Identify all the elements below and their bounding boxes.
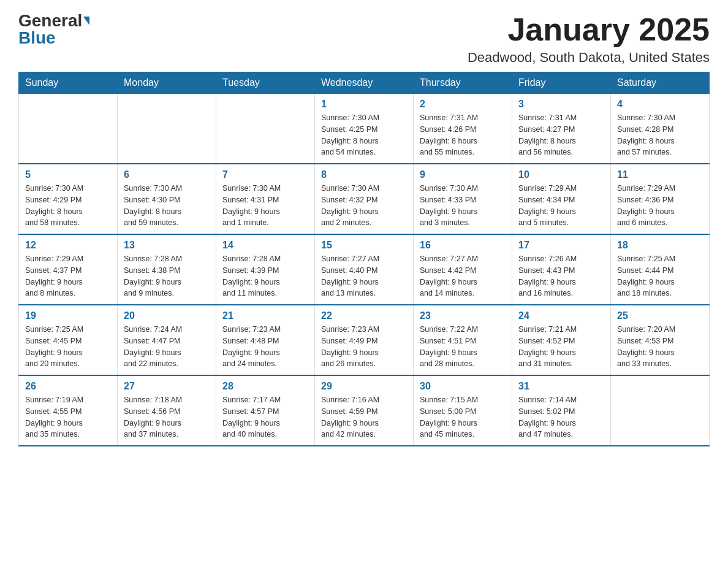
header-row: SundayMondayTuesdayWednesdayThursdayFrid…: [19, 72, 710, 94]
day-number: 18: [617, 240, 703, 251]
day-cell: 29Sunrise: 7:16 AM Sunset: 4:59 PM Dayli…: [315, 375, 414, 446]
day-info: Sunrise: 7:30 AM Sunset: 4:29 PM Dayligh…: [25, 183, 111, 229]
header-cell-sunday: Sunday: [19, 72, 118, 94]
day-cell: [118, 94, 216, 164]
day-info: Sunrise: 7:30 AM Sunset: 4:33 PM Dayligh…: [420, 183, 506, 229]
day-cell: 17Sunrise: 7:26 AM Sunset: 4:43 PM Dayli…: [512, 234, 611, 305]
day-number: 16: [420, 240, 506, 251]
day-cell: 24Sunrise: 7:21 AM Sunset: 4:52 PM Dayli…: [512, 305, 611, 375]
day-cell: 30Sunrise: 7:15 AM Sunset: 5:00 PM Dayli…: [414, 375, 512, 446]
day-cell: 11Sunrise: 7:29 AM Sunset: 4:36 PM Dayli…: [611, 164, 710, 234]
day-cell: 18Sunrise: 7:25 AM Sunset: 4:44 PM Dayli…: [611, 234, 710, 305]
day-info: Sunrise: 7:28 AM Sunset: 4:38 PM Dayligh…: [124, 253, 210, 299]
day-info: Sunrise: 7:30 AM Sunset: 4:25 PM Dayligh…: [321, 112, 407, 158]
logo-arrow-icon: [83, 17, 89, 25]
calendar-subtitle: Deadwood, South Dakota, United States: [468, 50, 710, 66]
day-info: Sunrise: 7:30 AM Sunset: 4:30 PM Dayligh…: [124, 183, 210, 229]
logo-blue-text: Blue: [18, 29, 56, 47]
day-number: 14: [222, 240, 308, 251]
day-cell: 8Sunrise: 7:30 AM Sunset: 4:32 PM Daylig…: [315, 164, 414, 234]
day-number: 10: [518, 169, 604, 180]
day-number: 15: [321, 240, 407, 251]
week-row-1: 1Sunrise: 7:30 AM Sunset: 4:25 PM Daylig…: [19, 94, 710, 164]
day-number: 31: [518, 381, 604, 392]
day-info: Sunrise: 7:25 AM Sunset: 4:45 PM Dayligh…: [25, 324, 111, 370]
day-number: 21: [222, 310, 308, 321]
day-cell: 9Sunrise: 7:30 AM Sunset: 4:33 PM Daylig…: [414, 164, 512, 234]
header-cell-friday: Friday: [512, 72, 611, 94]
day-number: 8: [321, 169, 407, 180]
day-info: Sunrise: 7:27 AM Sunset: 4:40 PM Dayligh…: [321, 253, 407, 299]
week-row-5: 26Sunrise: 7:19 AM Sunset: 4:55 PM Dayli…: [19, 375, 710, 446]
day-number: 23: [420, 310, 506, 321]
day-info: Sunrise: 7:28 AM Sunset: 4:39 PM Dayligh…: [222, 253, 308, 299]
day-number: 27: [124, 381, 210, 392]
day-info: Sunrise: 7:30 AM Sunset: 4:28 PM Dayligh…: [617, 112, 703, 158]
day-cell: 28Sunrise: 7:17 AM Sunset: 4:57 PM Dayli…: [216, 375, 315, 446]
day-info: Sunrise: 7:29 AM Sunset: 4:37 PM Dayligh…: [25, 253, 111, 299]
day-cell: 19Sunrise: 7:25 AM Sunset: 4:45 PM Dayli…: [19, 305, 118, 375]
day-info: Sunrise: 7:15 AM Sunset: 5:00 PM Dayligh…: [420, 394, 506, 440]
day-info: Sunrise: 7:31 AM Sunset: 4:26 PM Dayligh…: [420, 112, 506, 158]
header-cell-monday: Monday: [118, 72, 216, 94]
page-header: General Blue January 2025 Deadwood, Sout…: [18, 12, 710, 66]
day-number: 7: [222, 169, 308, 180]
header-cell-saturday: Saturday: [611, 72, 710, 94]
day-info: Sunrise: 7:25 AM Sunset: 4:44 PM Dayligh…: [617, 253, 703, 299]
calendar-title: January 2025: [468, 12, 710, 47]
day-number: 1: [321, 99, 407, 110]
day-info: Sunrise: 7:21 AM Sunset: 4:52 PM Dayligh…: [518, 324, 604, 370]
day-cell: 21Sunrise: 7:23 AM Sunset: 4:48 PM Dayli…: [216, 305, 315, 375]
day-cell: 4Sunrise: 7:30 AM Sunset: 4:28 PM Daylig…: [611, 94, 710, 164]
day-number: 28: [222, 381, 308, 392]
week-row-3: 12Sunrise: 7:29 AM Sunset: 4:37 PM Dayli…: [19, 234, 710, 305]
day-cell: 16Sunrise: 7:27 AM Sunset: 4:42 PM Dayli…: [414, 234, 512, 305]
day-number: 17: [518, 240, 604, 251]
day-number: 22: [321, 310, 407, 321]
day-info: Sunrise: 7:19 AM Sunset: 4:55 PM Dayligh…: [25, 394, 111, 440]
header-cell-thursday: Thursday: [414, 72, 512, 94]
day-cell: 2Sunrise: 7:31 AM Sunset: 4:26 PM Daylig…: [414, 94, 512, 164]
week-row-4: 19Sunrise: 7:25 AM Sunset: 4:45 PM Dayli…: [19, 305, 710, 375]
day-info: Sunrise: 7:22 AM Sunset: 4:51 PM Dayligh…: [420, 324, 506, 370]
day-cell: 10Sunrise: 7:29 AM Sunset: 4:34 PM Dayli…: [512, 164, 611, 234]
day-cell: [611, 375, 710, 446]
day-number: 5: [25, 169, 111, 180]
title-section: January 2025 Deadwood, South Dakota, Uni…: [468, 12, 710, 66]
day-info: Sunrise: 7:20 AM Sunset: 4:53 PM Dayligh…: [617, 324, 703, 370]
calendar-header: SundayMondayTuesdayWednesdayThursdayFrid…: [19, 72, 710, 94]
day-info: Sunrise: 7:29 AM Sunset: 4:34 PM Dayligh…: [518, 183, 604, 229]
day-cell: 23Sunrise: 7:22 AM Sunset: 4:51 PM Dayli…: [414, 305, 512, 375]
day-info: Sunrise: 7:16 AM Sunset: 4:59 PM Dayligh…: [321, 394, 407, 440]
day-info: Sunrise: 7:30 AM Sunset: 4:32 PM Dayligh…: [321, 183, 407, 229]
day-info: Sunrise: 7:23 AM Sunset: 4:49 PM Dayligh…: [321, 324, 407, 370]
day-info: Sunrise: 7:17 AM Sunset: 4:57 PM Dayligh…: [222, 394, 308, 440]
day-cell: 31Sunrise: 7:14 AM Sunset: 5:02 PM Dayli…: [512, 375, 611, 446]
day-number: 13: [124, 240, 210, 251]
day-cell: 5Sunrise: 7:30 AM Sunset: 4:29 PM Daylig…: [19, 164, 118, 234]
day-number: 25: [617, 310, 703, 321]
day-cell: 27Sunrise: 7:18 AM Sunset: 4:56 PM Dayli…: [118, 375, 216, 446]
logo-general-text: General: [18, 12, 82, 29]
day-cell: 6Sunrise: 7:30 AM Sunset: 4:30 PM Daylig…: [118, 164, 216, 234]
day-number: 20: [124, 310, 210, 321]
day-info: Sunrise: 7:23 AM Sunset: 4:48 PM Dayligh…: [222, 324, 308, 370]
day-number: 26: [25, 381, 111, 392]
header-cell-tuesday: Tuesday: [216, 72, 315, 94]
day-cell: [19, 94, 118, 164]
day-number: 2: [420, 99, 506, 110]
day-number: 6: [124, 169, 210, 180]
day-number: 11: [617, 169, 703, 180]
day-info: Sunrise: 7:27 AM Sunset: 4:42 PM Dayligh…: [420, 253, 506, 299]
day-cell: 3Sunrise: 7:31 AM Sunset: 4:27 PM Daylig…: [512, 94, 611, 164]
day-cell: 14Sunrise: 7:28 AM Sunset: 4:39 PM Dayli…: [216, 234, 315, 305]
logo: General Blue: [18, 12, 89, 47]
day-info: Sunrise: 7:30 AM Sunset: 4:31 PM Dayligh…: [222, 183, 308, 229]
day-cell: 20Sunrise: 7:24 AM Sunset: 4:47 PM Dayli…: [118, 305, 216, 375]
day-cell: 25Sunrise: 7:20 AM Sunset: 4:53 PM Dayli…: [611, 305, 710, 375]
day-cell: 26Sunrise: 7:19 AM Sunset: 4:55 PM Dayli…: [19, 375, 118, 446]
day-cell: 15Sunrise: 7:27 AM Sunset: 4:40 PM Dayli…: [315, 234, 414, 305]
day-info: Sunrise: 7:29 AM Sunset: 4:36 PM Dayligh…: [617, 183, 703, 229]
day-info: Sunrise: 7:26 AM Sunset: 4:43 PM Dayligh…: [518, 253, 604, 299]
calendar-body: 1Sunrise: 7:30 AM Sunset: 4:25 PM Daylig…: [19, 94, 710, 446]
